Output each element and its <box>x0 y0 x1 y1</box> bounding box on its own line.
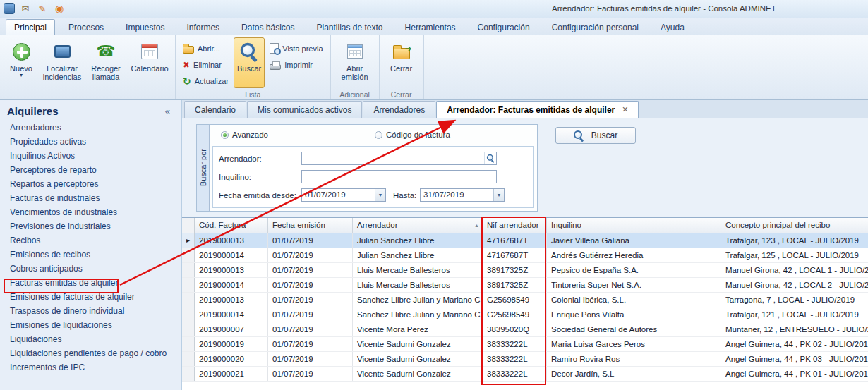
sidebar-item[interactable]: Vencimientos de industriales <box>0 205 181 219</box>
tab-mis-comunicados[interactable]: Mis comunicados activos <box>247 101 362 118</box>
tab-facturas-emitidas[interactable]: Arrendador: Facturas emitidas de alquile… <box>436 101 639 118</box>
table-cell[interactable]: G25698549 <box>483 307 547 322</box>
table-cell[interactable]: Trafalgar, 123 , LOCAL - JULIO/2019 <box>721 233 868 248</box>
table-cell[interactable]: Vicente Mora Perez <box>353 322 483 336</box>
actualizar-button[interactable]: ↻ Actualizar <box>179 74 232 87</box>
menu-tab-datos-basicos[interactable]: Datos básicos <box>233 19 303 35</box>
menu-tab-plantillas[interactable]: Plantillas de texto <box>308 19 391 35</box>
table-cell[interactable]: Maria Luisa Garces Peros <box>547 337 721 351</box>
table-cell[interactable]: Pepsico de España S.A. <box>547 263 721 277</box>
sidebar-item[interactable]: Liquidaciones <box>0 332 181 346</box>
table-cell[interactable]: Trafalgar, 125 , LOCAL - JULIO/2019 <box>721 248 868 262</box>
table-cell[interactable]: Sociedad General de Autores <box>547 322 721 336</box>
menu-tab-herramientas[interactable]: Herramientas <box>397 19 464 35</box>
table-cell[interactable]: Angel Guimera, 44 , PK 02 - JULIO/2019 <box>721 337 868 351</box>
column-header-nif-arrendador[interactable]: Nif arrendador <box>483 218 547 233</box>
row-selector[interactable] <box>182 263 195 277</box>
table-cell[interactable]: 01/07/2019 <box>268 352 353 366</box>
recoger-llamada-button[interactable]: ☎ Recoger llamada <box>85 37 126 88</box>
column-header-cod-factura[interactable]: Cód. Factura <box>195 218 268 233</box>
table-cell[interactable]: 01/07/2019 <box>268 278 353 292</box>
sidebar-item[interactable]: Inquilinos Activos <box>0 149 181 163</box>
table-cell[interactable]: 2019000014 <box>195 278 268 292</box>
table-cell[interactable]: 47167687T <box>483 233 547 248</box>
menu-tab-ayuda[interactable]: Ayuda <box>652 19 693 35</box>
alerts-icon[interactable]: ◉ <box>53 2 66 15</box>
fecha-desde-combo[interactable]: 01/07/2019 ▼ <box>301 188 386 202</box>
table-cell[interactable]: Angel Guimera, 44 , PK 01 - JULIO/2019 <box>721 367 868 381</box>
table-cell[interactable]: Trafalgar, 121 , LOCAL - JULIO/2019 <box>721 307 868 322</box>
table-cell[interactable]: Decor Jardín, S.L <box>547 367 721 381</box>
fecha-hasta-combo[interactable]: 31/07/2019 ▼ <box>420 188 505 202</box>
close-tab-icon[interactable]: ✕ <box>622 105 628 114</box>
table-cell[interactable]: Lluis Mercade Ballesteros <box>353 278 483 292</box>
mail-icon[interactable]: ✉ <box>19 2 32 15</box>
menu-tab-configuracion-personal[interactable]: Configuración personal <box>543 19 647 35</box>
table-row[interactable]: 201900001301/07/2019Lluis Mercade Balles… <box>182 263 868 278</box>
row-selector[interactable] <box>182 278 195 292</box>
cerrar-button[interactable]: ➔ Cerrar <box>383 37 420 88</box>
column-header-concepto[interactable]: Concepto principal del recibo <box>721 218 868 233</box>
row-selector[interactable] <box>182 367 195 381</box>
sidebar-item[interactable]: Recibos <box>0 233 181 248</box>
calendario-button[interactable]: Calendario <box>128 37 171 88</box>
menu-tab-procesos[interactable]: Procesos <box>60 19 112 35</box>
table-cell[interactable]: 2019000007 <box>195 322 268 336</box>
table-cell[interactable]: Manuel Girona, 42 , LOCAL 2 - JULIO/2019 <box>721 278 868 292</box>
table-cell[interactable]: Andrés Gutiérrez Heredia <box>547 248 721 262</box>
table-cell[interactable]: 01/07/2019 <box>268 293 353 307</box>
table-cell[interactable]: Manuel Girona, 42 , LOCAL 1 - JULIO/2019 <box>721 263 868 277</box>
sidebar-item[interactable]: Emisiones de liquidaciones <box>0 318 181 332</box>
sidebar-item[interactable]: Liquidaciones pendientes de pago / cobro <box>0 346 181 360</box>
menu-tab-informes[interactable]: Informes <box>178 19 228 35</box>
table-cell[interactable]: Julian Sanchez Llibre <box>353 248 483 262</box>
sidebar-item[interactable]: Repartos a perceptores <box>0 177 181 191</box>
eliminar-button[interactable]: ✖ Eliminar <box>179 58 232 71</box>
table-row[interactable]: ▸201900001301/07/2019Julian Sanchez Llib… <box>182 233 868 248</box>
table-row[interactable]: 201900001401/07/2019Sanchez Llibre Julia… <box>182 307 868 322</box>
table-cell[interactable]: 38395020Q <box>483 322 547 336</box>
table-cell[interactable]: 38333222L <box>483 367 547 381</box>
table-cell[interactable]: Vicente Sadurni Gonzalez <box>353 337 483 351</box>
table-cell[interactable]: 2019000014 <box>195 307 268 322</box>
sidebar-item[interactable]: Facturas de industriales <box>0 191 181 205</box>
table-cell[interactable]: 01/07/2019 <box>268 367 353 381</box>
table-cell[interactable]: 2019000021 <box>195 367 268 381</box>
table-cell[interactable]: Ramiro Rovira Ros <box>547 352 721 366</box>
table-cell[interactable]: 2019000013 <box>195 293 268 307</box>
notes-icon[interactable]: ✎ <box>36 2 49 15</box>
sidebar-item[interactable]: Emisiones de recibos <box>0 248 181 262</box>
table-cell[interactable]: 47167687T <box>483 248 547 262</box>
table-cell[interactable]: Vicente Sadurni Gonzalez <box>353 352 483 366</box>
table-cell[interactable]: 2019000014 <box>195 248 268 262</box>
sidebar-item[interactable]: Traspasos de dinero individual <box>0 304 181 318</box>
column-header-fecha-emision[interactable]: Fecha emisión <box>268 218 353 233</box>
sidebar-item[interactable]: Previsiones de industriales <box>0 219 181 233</box>
table-row[interactable]: 201900002101/07/2019Vicente Sadurni Gonz… <box>182 367 868 382</box>
row-selector[interactable] <box>182 352 195 366</box>
abrir-emision-button[interactable]: Abrir emisión <box>334 37 375 88</box>
row-selector[interactable] <box>182 337 195 351</box>
table-cell[interactable]: 01/07/2019 <box>268 263 353 277</box>
menu-tab-impuestos[interactable]: Impuestos <box>117 19 173 35</box>
sidebar-item[interactable]: Propiedades activas <box>0 135 181 149</box>
imprimir-button[interactable]: Imprimir <box>266 58 326 71</box>
table-cell[interactable]: 38333222L <box>483 352 547 366</box>
table-row[interactable]: 201900001301/07/2019Sanchez Llibre Julia… <box>182 293 868 307</box>
abrir-button[interactable]: Abrir... <box>179 42 232 55</box>
table-cell[interactable]: 01/07/2019 <box>268 322 353 336</box>
table-cell[interactable]: 01/07/2019 <box>268 233 353 248</box>
table-cell[interactable]: Enrique Pons Vilalta <box>547 307 721 322</box>
row-selector[interactable] <box>182 248 195 262</box>
arrendador-input[interactable] <box>302 152 484 164</box>
tab-arrendadores[interactable]: Arrendadores <box>363 101 435 118</box>
sidebar-item[interactable]: Incrementos de IPC <box>0 360 181 374</box>
table-cell[interactable]: 2019000013 <box>195 233 268 248</box>
table-cell[interactable]: 2019000020 <box>195 352 268 366</box>
table-cell[interactable]: Angel Guimera, 44 , PK 03 - JULIO/2019 <box>721 352 868 366</box>
inquilino-input[interactable] <box>302 171 496 183</box>
table-cell[interactable]: Sanchez Llibre Julian y Mariano C.B. <box>353 307 483 322</box>
table-cell[interactable]: 38917325Z <box>483 263 547 277</box>
table-cell[interactable]: 2019000013 <box>195 263 268 277</box>
table-cell[interactable]: Vicente Sadurni Gonzalez <box>353 367 483 381</box>
